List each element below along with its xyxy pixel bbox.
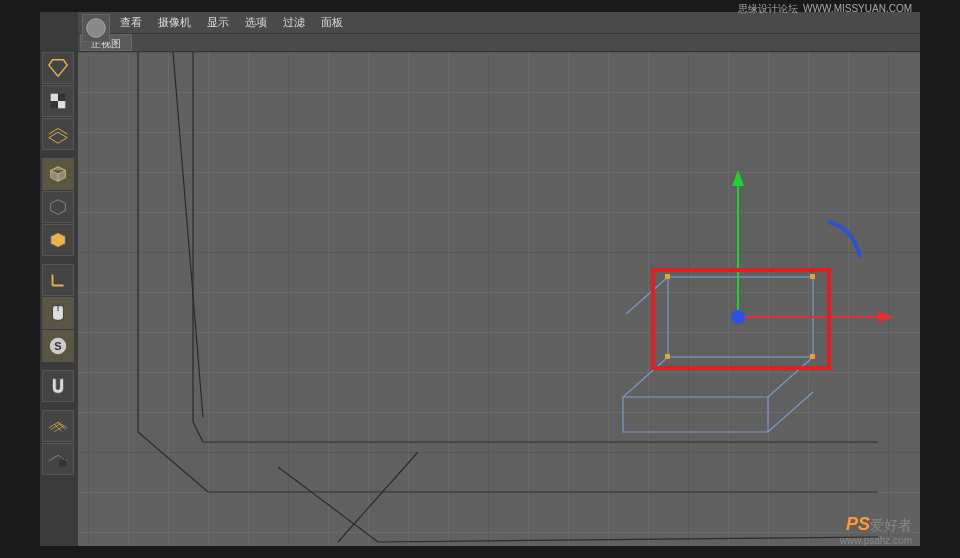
svg-line-16 <box>378 537 878 542</box>
svg-rect-23 <box>810 274 815 279</box>
tool-snap[interactable]: S <box>42 330 74 362</box>
svg-rect-22 <box>665 274 670 279</box>
svg-line-21 <box>626 277 668 314</box>
svg-rect-6 <box>59 460 66 466</box>
svg-line-11 <box>138 432 208 492</box>
tool-workplane[interactable] <box>42 118 74 150</box>
svg-rect-2 <box>51 94 58 101</box>
svg-line-10 <box>173 52 203 417</box>
svg-text:S: S <box>54 340 61 352</box>
gizmo-origin <box>731 310 745 324</box>
svg-rect-24 <box>665 354 670 359</box>
watermark-bottom: PS爱好者 www.psahz.com <box>840 514 912 546</box>
tool-texture[interactable] <box>42 85 74 117</box>
menu-camera[interactable]: 摄像机 <box>152 13 197 32</box>
tab-bar: 正视图 <box>78 34 920 52</box>
svg-line-20 <box>768 357 813 397</box>
app-icon[interactable] <box>82 14 110 42</box>
svg-marker-27 <box>732 170 744 186</box>
svg-rect-3 <box>58 101 65 108</box>
watermark-top: 思缘设计论坛 WWW.MISSYUAN.COM <box>738 2 912 16</box>
viewport[interactable] <box>78 52 920 546</box>
axis-y-handle <box>732 170 744 317</box>
tool-live-select[interactable] <box>42 52 74 84</box>
watermark-logo: PS <box>846 514 870 534</box>
axis-z-handle <box>828 222 860 257</box>
tool-lock[interactable] <box>42 443 74 475</box>
tool-axis[interactable] <box>42 264 74 296</box>
menu-display[interactable]: 显示 <box>201 13 235 32</box>
tool-object[interactable] <box>42 191 74 223</box>
axis-x-handle <box>738 311 894 323</box>
menu-panel[interactable]: 面板 <box>315 13 349 32</box>
svg-line-14 <box>193 422 203 442</box>
svg-rect-25 <box>810 354 815 359</box>
app-window: S 查看 摄像机 显示 选项 过滤 面板 正视图 <box>40 12 920 546</box>
main-area: 查看 摄像机 显示 选项 过滤 面板 正视图 <box>78 12 920 546</box>
menu-filter[interactable]: 过滤 <box>277 13 311 32</box>
menu-view[interactable]: 查看 <box>114 13 148 32</box>
toolbar-left: S <box>42 52 76 475</box>
tool-render[interactable] <box>42 224 74 256</box>
svg-marker-29 <box>878 311 894 323</box>
svg-point-7 <box>87 19 106 38</box>
tool-mouse[interactable] <box>42 297 74 329</box>
svg-marker-0 <box>49 60 67 77</box>
tool-magnet[interactable] <box>42 370 74 402</box>
tool-grid[interactable] <box>42 410 74 442</box>
watermark-url: www.psahz.com <box>840 535 912 546</box>
svg-line-15 <box>278 467 378 542</box>
scene-geometry <box>78 52 920 546</box>
menu-options[interactable]: 选项 <box>239 13 273 32</box>
tool-model[interactable] <box>42 158 74 190</box>
